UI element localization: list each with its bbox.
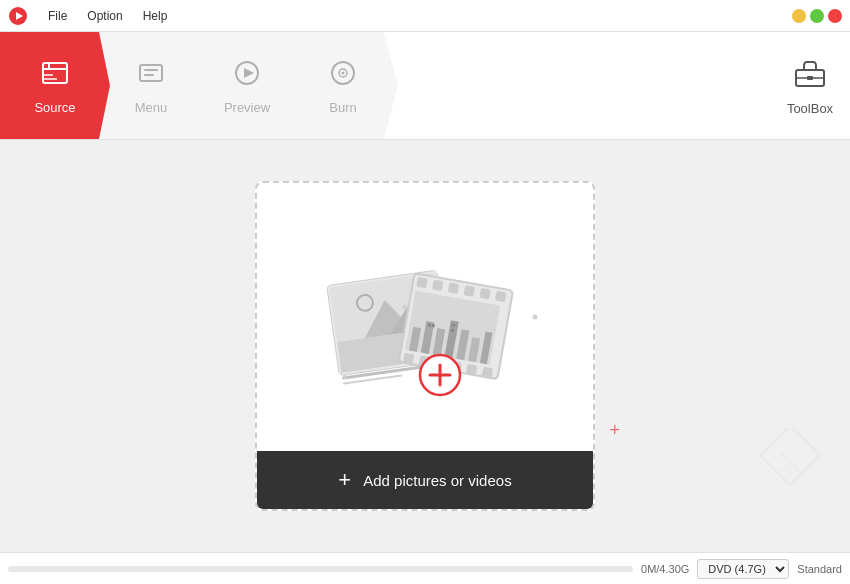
menu-nav-icon [135,57,167,96]
nav-preview-label: Preview [224,100,270,115]
svg-rect-32 [479,288,491,300]
svg-rect-58 [760,428,819,485]
add-label: Add pictures or videos [363,472,511,489]
deco-plus-2: + [609,420,620,441]
burn-icon [327,57,359,96]
svg-rect-50 [466,364,478,376]
svg-text:.CZ: .CZ [780,465,793,478]
nav-menu-label: Menu [135,100,168,115]
title-bar: File Option Help [0,0,850,32]
drop-zone[interactable]: + Add pictures or videos [255,181,595,511]
svg-rect-51 [482,367,494,379]
status-standard: Standard [797,563,842,575]
svg-rect-8 [144,69,158,71]
menu-option[interactable]: Option [79,5,130,27]
svg-rect-29 [432,280,444,292]
svg-rect-7 [140,65,162,81]
svg-rect-28 [416,277,428,289]
status-bar: 0M/4.30G DVD (4.7G) Standard [0,552,850,584]
media-illustration [295,217,555,417]
nav-preview[interactable]: Preview [192,32,302,139]
add-plus-icon: + [338,467,351,493]
svg-rect-44 [452,324,455,327]
svg-rect-17 [807,76,813,80]
maximize-button[interactable] [810,9,824,23]
svg-rect-42 [428,323,431,326]
nav-burn-label: Burn [329,100,356,115]
preview-icon [231,57,263,96]
status-size: 0M/4.30G [641,563,689,575]
watermark: INSTALUJ .CZ [750,428,830,512]
toolbar: Source Menu Preview [0,32,850,140]
svg-text:INSTALUJ: INSTALUJ [779,450,808,479]
toolbox-icon [793,56,827,97]
svg-point-14 [342,71,345,74]
source-icon [39,57,71,96]
dvd-selector[interactable]: DVD (4.7G) [697,559,789,579]
svg-rect-31 [463,285,475,297]
svg-rect-2 [43,63,67,83]
svg-rect-46 [403,353,415,365]
menu-items: File Option Help [40,5,175,27]
svg-rect-45 [451,328,454,331]
nav-source-label: Source [34,100,75,115]
nav-source[interactable]: Source [0,32,110,139]
title-bar-left: File Option Help [8,5,175,27]
toolbar-nav: Source Menu Preview [0,32,398,139]
svg-point-56 [533,315,538,320]
toolbox-label: ToolBox [787,101,833,116]
nav-menu[interactable]: Menu [96,32,206,139]
menu-help[interactable]: Help [135,5,176,27]
svg-rect-9 [144,74,154,76]
svg-marker-11 [244,68,254,78]
menu-file[interactable]: File [40,5,75,27]
nav-burn[interactable]: Burn [288,32,398,139]
svg-rect-30 [448,282,460,294]
add-media-button[interactable]: + Add pictures or videos [257,451,593,509]
drop-zone-art [257,183,593,451]
svg-rect-33 [495,291,507,303]
svg-rect-43 [431,324,434,327]
app-icon [8,6,28,26]
close-button[interactable] [828,9,842,23]
minimize-button[interactable] [792,9,806,23]
dvd-select-input[interactable]: DVD (4.7G) [697,559,789,579]
main-content: + + + [0,140,850,552]
svg-point-55 [403,305,408,310]
progress-bar [8,566,633,572]
svg-point-57 [343,375,347,379]
window-controls [792,9,842,23]
toolbox-button[interactable]: ToolBox [770,48,850,124]
